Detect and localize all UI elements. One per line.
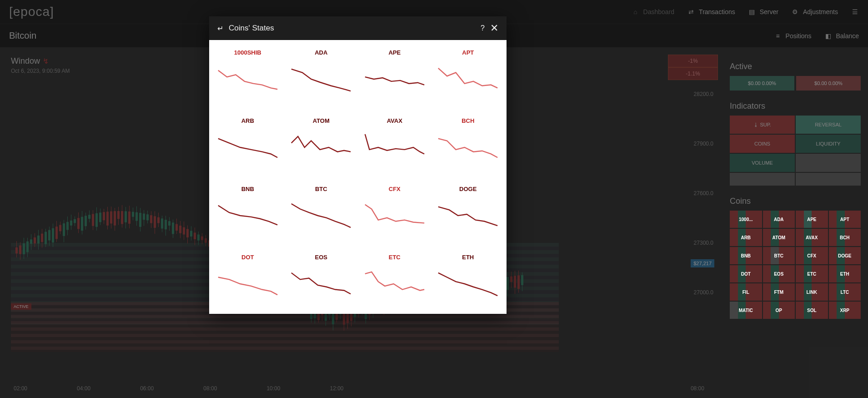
coins-grid: 1000...ADAAPEAPTARBATOMAVAXBCHBNBBTCCFXD… <box>730 211 861 319</box>
coin-doge[interactable]: DOGE <box>829 247 861 264</box>
modal-coin-symbol: 1000SHIB <box>234 49 261 56</box>
x-tick: 08:00 <box>203 385 217 392</box>
modal-coin-ape[interactable]: APE <box>358 45 431 113</box>
modal-coin-eth[interactable]: ETH <box>431 249 505 314</box>
svg-rect-5 <box>23 243 25 254</box>
coin-cfx[interactable]: CFX <box>796 247 828 264</box>
close-icon[interactable]: ✕ <box>490 22 498 34</box>
svg-rect-275 <box>514 276 516 287</box>
coin-1000...[interactable]: 1000... <box>730 211 762 228</box>
sparkline <box>289 131 353 163</box>
svg-rect-17 <box>45 232 47 244</box>
nav-dashboard[interactable]: ⌂ Dashboard <box>632 8 675 16</box>
coin-sol[interactable]: SOL <box>796 302 828 319</box>
svg-rect-1 <box>15 247 18 253</box>
modal-coin-ada[interactable]: ADA <box>285 45 358 113</box>
sparkline <box>436 131 500 163</box>
indicator-coins[interactable]: COINS <box>730 135 795 153</box>
svg-rect-15 <box>41 234 43 242</box>
coin-matic[interactable]: MATIC <box>730 302 762 319</box>
svg-rect-101 <box>197 235 200 241</box>
svg-rect-79 <box>157 217 160 223</box>
modal-coin-etc[interactable]: ETC <box>358 249 431 314</box>
modal-body[interactable]: 1000SHIBADAAPEAPTARBATOMAVAXBCHBNBBTCCFX… <box>209 40 507 314</box>
indicator-reversal[interactable]: REVERSAL <box>796 116 861 134</box>
coin-arb[interactable]: ARB <box>730 229 762 246</box>
coin-label: LTC <box>840 290 849 295</box>
modal-coin-1000shib[interactable]: 1000SHIB <box>211 45 285 113</box>
coin-bnb[interactable]: BNB <box>730 247 762 264</box>
indicator-volume[interactable]: VOLUME <box>730 154 795 172</box>
nav-adjustments-label: Adjustments <box>803 8 838 15</box>
coin-ape[interactable]: APE <box>796 211 828 228</box>
indicator-empty[interactable] <box>796 154 861 172</box>
indicator-empty[interactable] <box>730 173 795 186</box>
modal-coin-btc[interactable]: BTC <box>285 181 358 249</box>
svg-rect-73 <box>146 214 149 220</box>
modal-coin-symbol: ADA <box>315 49 327 56</box>
modal-back-icon[interactable]: ↵ <box>217 24 223 33</box>
coin-eth[interactable]: ETH <box>829 265 861 282</box>
coin-avax[interactable]: AVAX <box>796 229 828 246</box>
sparkline <box>216 63 280 95</box>
nav-transactions[interactable]: ⇄ Transactions <box>687 8 735 16</box>
coin-xrp[interactable]: XRP <box>829 302 861 319</box>
help-icon[interactable]: ? <box>481 24 485 32</box>
nav-menu[interactable]: ☰ <box>851 8 859 16</box>
coin-label: SOL <box>807 308 817 313</box>
modal-coin-symbol: EOS <box>315 254 327 261</box>
modal-coin-symbol: DOGE <box>459 186 477 192</box>
coin-btc[interactable]: BTC <box>763 247 795 264</box>
indicator-liquidity[interactable]: LIQUIDITY <box>796 135 861 153</box>
coin-label: XRP <box>840 308 849 313</box>
active-long[interactable]: $0.00 0.00% <box>730 76 794 91</box>
nav-balance[interactable]: ◧ Balance <box>824 32 859 40</box>
server-icon: ▤ <box>748 8 756 16</box>
x-tick: 10:00 <box>266 385 280 392</box>
svg-rect-23 <box>55 227 58 239</box>
modal-coin-doge[interactable]: DOGE <box>431 181 505 249</box>
coin-apt[interactable]: APT <box>829 211 861 228</box>
svg-rect-51 <box>106 212 109 225</box>
sparkline <box>363 268 426 300</box>
svg-rect-97 <box>190 231 192 236</box>
coin-op[interactable]: OP <box>763 302 795 319</box>
modal-coin-avax[interactable]: AVAX <box>358 113 431 181</box>
pct-2[interactable]: -1.1% <box>668 67 718 80</box>
pct-1[interactable]: -1% <box>668 55 718 67</box>
indicator-sup.[interactable]: ⭳ SUP. <box>730 116 795 134</box>
modal-coin-eos[interactable]: EOS <box>285 249 358 314</box>
coin-etc[interactable]: ETC <box>796 265 828 282</box>
modal-coin-symbol: CFX <box>389 186 401 192</box>
nav-server[interactable]: ▤ Server <box>748 8 778 16</box>
x-axis: 02:0004:0006:0008:0010:0012:0008:00 <box>14 385 704 392</box>
modal-coin-bch[interactable]: BCH <box>431 113 505 181</box>
svg-rect-77 <box>154 216 156 227</box>
sparkline <box>436 63 500 95</box>
modal-coin-atom[interactable]: ATOM <box>285 113 358 181</box>
svg-rect-27 <box>63 223 65 236</box>
coin-eos[interactable]: EOS <box>763 265 795 282</box>
coin-link[interactable]: LINK <box>796 283 828 301</box>
transactions-icon: ⇄ <box>687 8 695 16</box>
sparkline <box>436 268 500 300</box>
coin-label: 1000... <box>739 217 753 222</box>
active-short[interactable]: $0.00 0.00% <box>796 76 861 91</box>
coin-fil[interactable]: FIL <box>730 283 762 301</box>
coin-ada[interactable]: ADA <box>763 211 795 228</box>
download-icon: ⭳ <box>753 122 760 127</box>
nav-positions[interactable]: ≡ Positions <box>774 32 812 40</box>
modal-coin-dot[interactable]: DOT <box>211 249 285 314</box>
modal-coin-apt[interactable]: APT <box>431 45 505 113</box>
coin-ltc[interactable]: LTC <box>829 283 861 301</box>
modal-coin-bnb[interactable]: BNB <box>211 181 285 249</box>
indicator-empty[interactable] <box>796 173 861 186</box>
coin-label: ETH <box>840 272 849 277</box>
coin-atom[interactable]: ATOM <box>763 229 795 246</box>
coin-dot[interactable]: DOT <box>730 265 762 282</box>
nav-adjustments[interactable]: ⚙ Adjustments <box>791 8 838 16</box>
coin-bch[interactable]: BCH <box>829 229 861 246</box>
coin-ftm[interactable]: FTM <box>763 283 795 301</box>
modal-coin-arb[interactable]: ARB <box>211 113 285 181</box>
modal-coin-cfx[interactable]: CFX <box>358 181 431 249</box>
